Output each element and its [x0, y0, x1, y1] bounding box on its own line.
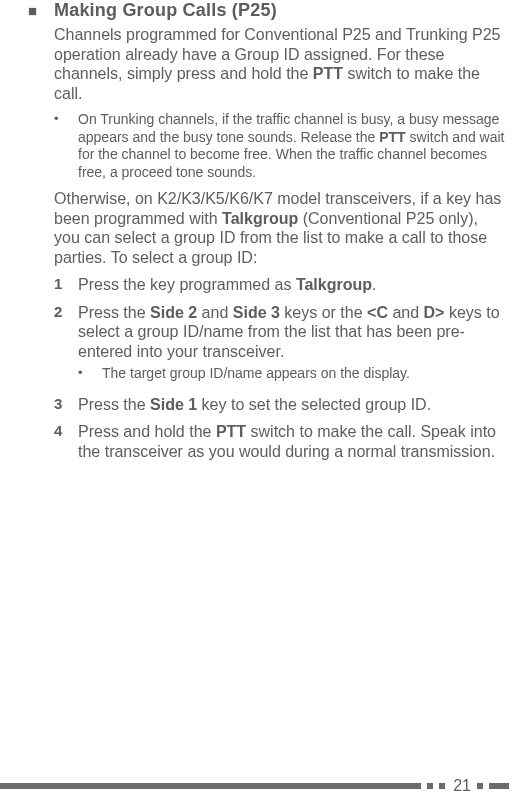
p1-bold-ptt: PTT — [313, 65, 343, 82]
s1-bold: Talkgroup — [296, 276, 372, 293]
s2-e: keys or the — [280, 304, 367, 321]
footer-block-3 — [477, 783, 483, 789]
s2-f: <C — [367, 304, 388, 321]
footer-bar-left — [0, 783, 421, 789]
bullet-1: On Trunking channels, if the traffic cha… — [78, 111, 507, 181]
page-number: 21 — [453, 777, 471, 795]
section-bullet: ■ — [28, 3, 54, 18]
sub-bullet-dot: • — [78, 365, 102, 383]
paragraph-1: Channels programmed for Conventional P25… — [54, 25, 507, 103]
s1-a: Press the key programmed as — [78, 276, 296, 293]
s4-a: Press and hold the — [78, 423, 216, 440]
s4-b: PTT — [216, 423, 246, 440]
page-footer: 21 — [0, 779, 523, 793]
step2-sub: The target group ID/name appears on the … — [102, 365, 410, 383]
step-num-1: 1 — [54, 275, 78, 295]
s3-a: Press the — [78, 396, 150, 413]
s3-b: Side 1 — [150, 396, 197, 413]
footer-block-2 — [439, 783, 445, 789]
s1-c: . — [372, 276, 376, 293]
step-num-2: 2 — [54, 303, 78, 387]
s2-b: Side 2 — [150, 304, 197, 321]
s3-c: key to set the selected group ID. — [197, 396, 431, 413]
s2-h: D> — [424, 304, 445, 321]
b1-bold-ptt: PTT — [379, 129, 405, 145]
s2-a: Press the — [78, 304, 150, 321]
step-3: Press the Side 1 key to set the selected… — [78, 395, 507, 415]
footer-bar-right — [489, 783, 509, 789]
step-2: Press the Side 2 and Side 3 keys or the … — [78, 303, 507, 387]
s2-g: and — [388, 304, 424, 321]
step-num-3: 3 — [54, 395, 78, 415]
bullet-dot: • — [54, 111, 78, 181]
p2-bold-talkgroup: Talkgroup — [222, 210, 298, 227]
s2-d: Side 3 — [233, 304, 280, 321]
s2-c: and — [197, 304, 233, 321]
step-1: Press the key programmed as Talkgroup. — [78, 275, 507, 295]
step-4: Press and hold the PTT switch to make th… — [78, 422, 507, 461]
footer-block-1 — [427, 783, 433, 789]
section-title: Making Group Calls (P25) — [54, 0, 277, 21]
paragraph-2: Otherwise, on K2/K3/K5/K6/K7 model trans… — [54, 189, 507, 267]
step-num-4: 4 — [54, 422, 78, 461]
